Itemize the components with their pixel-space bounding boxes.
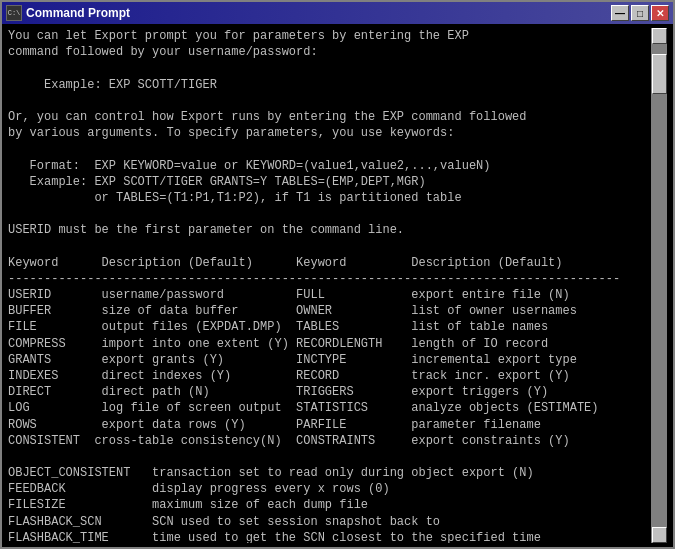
scroll-thumb[interactable] <box>652 54 667 94</box>
scroll-track <box>652 44 667 527</box>
title-bar-left: C:\ Command Prompt <box>6 5 130 21</box>
scrollbar[interactable]: ▲ ▼ <box>651 28 667 543</box>
minimize-button[interactable]: — <box>611 5 629 21</box>
close-button[interactable]: ✕ <box>651 5 669 21</box>
window-title: Command Prompt <box>26 6 130 20</box>
terminal-output: You can let Export prompt you for parame… <box>8 28 651 543</box>
title-bar-buttons: — □ ✕ <box>611 5 669 21</box>
maximize-button[interactable]: □ <box>631 5 649 21</box>
command-prompt-window: C:\ Command Prompt — □ ✕ You can let Exp… <box>0 0 675 549</box>
terminal-content-area: You can let Export prompt you for parame… <box>2 24 673 547</box>
window-icon: C:\ <box>6 5 22 21</box>
scroll-up-button[interactable]: ▲ <box>652 28 667 44</box>
scroll-down-button[interactable]: ▼ <box>652 527 667 543</box>
icon-label: C:\ <box>8 9 21 17</box>
title-bar: C:\ Command Prompt — □ ✕ <box>2 2 673 24</box>
